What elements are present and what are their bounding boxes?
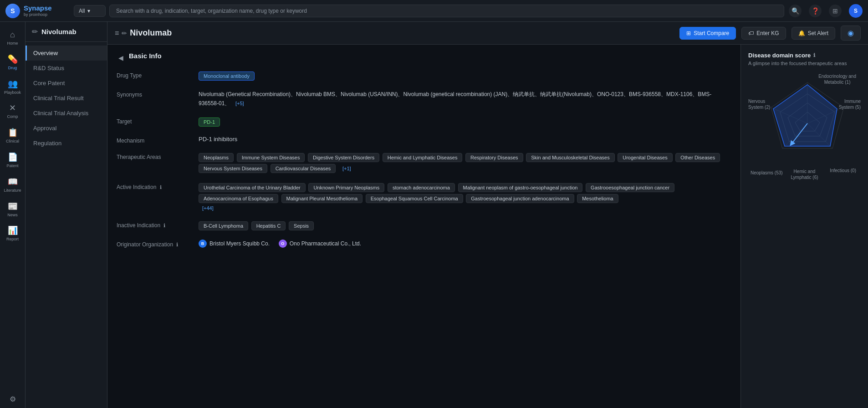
literature-icon: 📖 — [8, 177, 18, 187]
ii-tag-0: B-Cell Lymphoma — [199, 221, 248, 230]
nav-item-clinical-trial-analysis[interactable]: Clinical Trial Analysis — [26, 106, 107, 121]
org-logo-bms: B — [199, 240, 207, 248]
synonyms-label: Synonyms — [117, 90, 199, 98]
ta-more[interactable]: [+1] — [339, 164, 355, 173]
settings-icon: ⚙ — [10, 395, 16, 403]
sidebar-item-clinical[interactable]: 📋 Clinical — [2, 124, 24, 148]
start-compare-button[interactable]: ⊞ Start Compare — [679, 27, 736, 40]
org-item-0: B Bristol Myers Squibb Co. — [199, 240, 270, 248]
ta-tag-2: Digestive System Disorders — [308, 153, 379, 162]
sidebar-item-home[interactable]: ⌂ Home — [2, 26, 24, 50]
ta-tag-0: Neoplasms — [199, 153, 234, 162]
logo-area: S Synapse by proinhoop — [5, 4, 69, 18]
sidebar-item-comp[interactable]: ✕ Comp — [2, 99, 24, 123]
sidebar-item-drug[interactable]: 💊 Drug — [2, 51, 24, 74]
layout: ⌂ Home 💊 Drug 👥 Playbook ✕ Comp 📋 Clinic… — [0, 22, 868, 408]
left-nav: ✏ Nivolumab Overview R&D Status Core Pat… — [26, 22, 107, 408]
drug-title-bar: ✏ Nivolumab — [26, 22, 107, 42]
originator-label: Originator Organization ℹ — [117, 240, 199, 248]
clinical-icon: 📋 — [8, 128, 18, 138]
active-indication-info-icon: ℹ — [160, 184, 162, 190]
sidebar-item-report[interactable]: 📊 Report — [2, 222, 24, 245]
mechanism-value: PD-1 inhibitors — [199, 136, 731, 143]
filter-select[interactable]: All ▾ — [74, 5, 106, 17]
collapse-button[interactable]: ◀ — [117, 54, 125, 61]
chart-title-text: Disease domain score — [748, 52, 811, 59]
sidebar-home-label: Home — [7, 41, 18, 46]
set-alert-button[interactable]: 🔔 Set Alert — [791, 27, 835, 40]
pencil-icon-action: ✏ — [122, 30, 127, 37]
ai-tag-8: Gastroesophageal junction adenocarcinoma — [466, 194, 574, 203]
nav-item-regulation[interactable]: Regulation — [26, 136, 107, 151]
info-row-synonyms: Synonyms Nivolumab (Genetical Recombinat… — [117, 90, 731, 108]
search-icon-btn[interactable]: 🔍 — [789, 5, 802, 17]
help-icon-btn[interactable]: ❓ — [809, 5, 822, 17]
ai-tag-4: Gastrooesophageal junction cancer — [586, 183, 674, 192]
ta-tag-1: Immune System Diseases — [237, 153, 305, 162]
sidebar-item-playbook[interactable]: 👥 Playbook — [2, 75, 24, 99]
therapeutic-areas-label: Therapeutic Areas — [117, 152, 199, 160]
inactive-indication-label: Inactive Indication ℹ — [117, 220, 199, 229]
basic-info-header: Basic Info — [129, 52, 162, 63]
nav-item-overview[interactable]: Overview — [26, 46, 107, 61]
info-row-therapeutic-areas: Therapeutic Areas Neoplasms Immune Syste… — [117, 152, 731, 174]
chart-subtitle: A glimpse into the focused therapeutic a… — [748, 61, 861, 66]
synonyms-more[interactable]: [+5] — [232, 99, 248, 107]
action-bar-right: ⊞ Start Compare 🏷 Enter KG 🔔 Set Alert ◉ — [679, 26, 861, 41]
home-icon: ⌂ — [10, 30, 15, 40]
chart-title: Disease domain score ℹ — [748, 52, 861, 59]
ta-tag-3: Hemic and Lymphatic Diseases — [383, 153, 463, 162]
grid-icon-btn[interactable]: ⊞ — [829, 5, 842, 17]
sidebar-item-literature[interactable]: 📖 Literature — [2, 173, 24, 197]
nav-item-approval[interactable]: Approval — [26, 121, 107, 136]
kg-icon: 🏷 — [748, 30, 754, 36]
topnav: S Synapse by proinhoop All ▾ 🔍 ❓ ⊞ S — [0, 0, 868, 22]
playbook-icon: 👥 — [8, 79, 18, 89]
set-alert-label: Set Alert — [808, 30, 828, 36]
drug-nav-title: Nivolumab — [41, 28, 77, 36]
enter-kg-button[interactable]: 🏷 Enter KG — [741, 27, 786, 40]
comp-icon: ✕ — [9, 103, 16, 113]
info-row-drug-type: Drug Type Monoclonal antibody — [117, 71, 731, 82]
nav-item-core-patent[interactable]: Core Patent — [26, 76, 107, 91]
info-row-mechanism: Mechanism PD-1 inhibitors — [117, 136, 731, 144]
info-row-originator: Originator Organization ℹ B Bristol Myer… — [117, 240, 731, 248]
ai-tag-1: Unknown Primary Neoplasms — [308, 183, 384, 192]
ta-tag-4: Respiratory Diseases — [465, 153, 523, 162]
alert-icon: 🔔 — [798, 30, 805, 36]
originator-info-icon: ℹ — [176, 242, 178, 247]
filter-value: All — [79, 8, 85, 14]
avatar[interactable]: S — [849, 4, 863, 18]
search-input[interactable] — [109, 5, 784, 17]
ta-tag-9: Cardiovascular Diseases — [271, 164, 336, 173]
chart-area: Endocrinology andMetabolic (1) ImmuneSys… — [748, 73, 861, 183]
ai-tag-3: Malignant neoplasm of gastro-oesophageal… — [458, 183, 583, 192]
menu-lines-icon[interactable]: ≡ — [115, 29, 119, 37]
chevron-down-icon: ▾ — [87, 8, 90, 14]
ai-tag-2: stomach adenocarcinoma — [388, 183, 455, 192]
org-item-1: O Ono Pharmaceutical Co., Ltd. — [279, 240, 361, 248]
drug-type-value: Monoclonal antibody — [199, 71, 731, 82]
sidebar-item-patent[interactable]: 📄 Patent — [2, 148, 24, 172]
nav-item-clinical-trial-result[interactable]: Clinical Trial Result — [26, 91, 107, 106]
report-icon: 📊 — [8, 225, 18, 235]
action-bar-left: ≡ ✏ Nivolumab — [115, 28, 172, 38]
drug-pencil-icon: ✏ — [32, 27, 38, 36]
sidebar-playbook-label: Playbook — [4, 90, 21, 95]
sidebar-item-news[interactable]: 📰 News — [2, 198, 24, 221]
ta-tag-8: Nervous System Diseases — [199, 164, 267, 173]
section-header-row: ◀ Basic Info — [117, 52, 731, 63]
nav-item-rd-status[interactable]: R&D Status — [26, 61, 107, 76]
drug-type-label: Drug Type — [117, 71, 199, 79]
org-logo-ono: O — [279, 240, 287, 248]
content-wrapper: ≡ ✏ Nivolumab ⊞ Start Compare 🏷 Enter KG… — [107, 22, 868, 408]
ta-tag-6: Urogenital Diseases — [618, 153, 672, 162]
mechanism-label: Mechanism — [117, 136, 199, 144]
enter-kg-label: Enter KG — [756, 30, 779, 36]
sidebar-drug-label: Drug — [8, 66, 17, 71]
page-title: Nivolumab — [130, 28, 172, 38]
toggle-switch[interactable]: ◉ — [841, 26, 861, 41]
sidebar-bottom-icon[interactable]: ⚙ — [10, 395, 16, 403]
ai-more[interactable]: [+44] — [199, 204, 217, 212]
drug-type-tag: Monoclonal antibody — [199, 71, 255, 81]
